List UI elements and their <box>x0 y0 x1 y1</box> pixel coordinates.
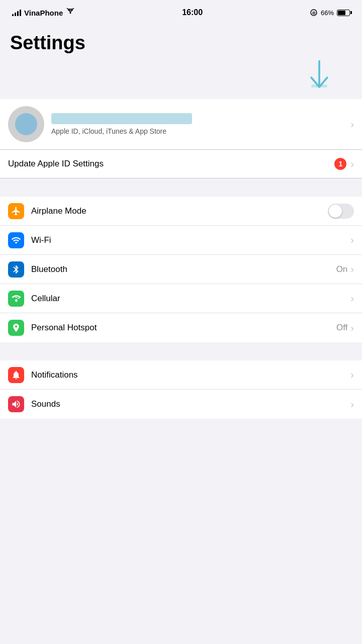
avatar <box>8 106 44 142</box>
bluetooth-status: On <box>336 264 348 274</box>
section-divider-2 <box>0 342 362 360</box>
status-time: 16:00 <box>182 8 203 17</box>
wifi-status-icon <box>66 8 75 17</box>
bluetooth-chevron-icon: › <box>350 263 354 275</box>
wifi-icon <box>8 232 24 248</box>
cellular-right: › <box>350 293 354 304</box>
profile-row[interactable]: Apple ID, iCloud, iTunes & App Store › <box>0 99 362 150</box>
notifications-row[interactable]: Notifications › <box>0 360 362 390</box>
bluetooth-label: Bluetooth <box>31 264 329 274</box>
svg-point-3 <box>16 300 17 301</box>
status-left: VinaPhone <box>12 8 75 17</box>
wifi-row[interactable]: Wi-Fi › <box>0 226 362 255</box>
sounds-chevron-icon: › <box>350 399 354 410</box>
hotspot-icon <box>8 320 24 336</box>
sounds-label: Sounds <box>31 399 343 409</box>
cellular-icon <box>8 291 24 307</box>
down-arrow-icon <box>307 59 332 94</box>
sounds-right: › <box>350 399 354 410</box>
hotspot-row[interactable]: Personal Hotspot Off › <box>0 313 362 342</box>
status-bar: VinaPhone 16:00 ⊕ 66% <box>0 0 362 22</box>
airplane-mode-toggle[interactable] <box>328 204 354 219</box>
page-title: Settings <box>10 32 352 54</box>
wifi-chevron-icon: › <box>350 234 354 246</box>
profile-name-blurred <box>51 113 192 124</box>
profile-info: Apple ID, iCloud, iTunes & App Store <box>51 113 343 135</box>
notifications-chevron-icon: › <box>350 369 354 381</box>
sounds-icon <box>8 396 24 412</box>
notifications-right: › <box>350 369 354 381</box>
hotspot-status: Off <box>336 323 347 333</box>
svg-rect-2 <box>311 84 327 87</box>
connectivity-settings-group: Airplane Mode Wi-Fi › Bluetooth On › <box>0 197 362 342</box>
airplane-mode-row[interactable]: Airplane Mode <box>0 197 362 226</box>
wifi-right: › <box>350 234 354 246</box>
notifications-icon <box>8 367 24 383</box>
bluetooth-row[interactable]: Bluetooth On › <box>0 255 362 284</box>
signal-icon <box>12 9 21 16</box>
arrow-indicator <box>0 59 362 99</box>
update-badge: 1 <box>334 158 346 170</box>
cellular-row[interactable]: Cellular › <box>0 284 362 313</box>
status-right: ⊕ 66% <box>310 9 350 17</box>
notifications-label: Notifications <box>31 370 343 380</box>
profile-chevron-icon: › <box>350 119 354 130</box>
battery-percent: 66% <box>321 9 334 17</box>
sounds-row[interactable]: Sounds › <box>0 390 362 419</box>
update-badge-chevron: 1 › <box>334 158 354 170</box>
hotspot-right: Off › <box>336 322 354 334</box>
wifi-label: Wi-Fi <box>31 235 343 245</box>
airplane-mode-icon <box>8 203 24 219</box>
settings-header: Settings <box>0 22 362 59</box>
cellular-label: Cellular <box>31 294 343 304</box>
update-label: Update Apple ID Settings <box>8 159 104 169</box>
hotspot-chevron-icon: › <box>350 322 354 334</box>
airplane-mode-label: Airplane Mode <box>31 206 321 216</box>
battery-icon <box>337 10 350 16</box>
notifications-settings-group: Notifications › Sounds › <box>0 360 362 419</box>
lock-rotation-icon: ⊕ <box>310 9 318 17</box>
bluetooth-right: On › <box>336 263 354 275</box>
svg-text:⊕: ⊕ <box>312 10 316 16</box>
profile-subtitle: Apple ID, iCloud, iTunes & App Store <box>51 127 343 135</box>
section-divider-1 <box>0 178 362 197</box>
cellular-chevron-icon: › <box>350 293 354 304</box>
hotspot-label: Personal Hotspot <box>31 323 329 333</box>
carrier-label: VinaPhone <box>24 9 63 17</box>
update-apple-id-row[interactable]: Update Apple ID Settings 1 › <box>0 150 362 178</box>
bluetooth-icon <box>8 261 24 278</box>
update-chevron-icon: › <box>350 158 354 170</box>
